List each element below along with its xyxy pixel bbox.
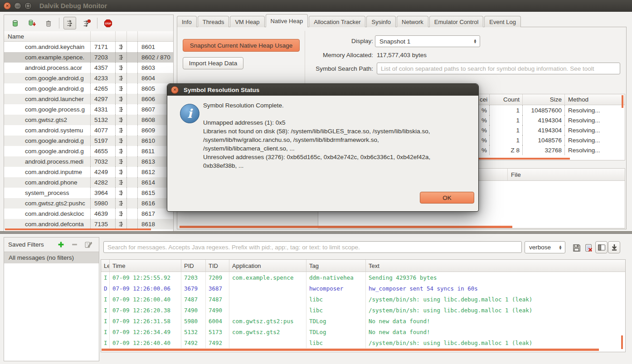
process-row[interactable]: android.process.acor 4357 8603 — [4, 63, 173, 73]
column-header-port[interactable] — [138, 31, 173, 41]
allocation-row[interactable]: % 1 1048576 Resolving... — [463, 135, 625, 145]
allocations-table-header[interactable]: cei Count Size Method — [463, 94, 625, 105]
dialog-close-icon[interactable] — [171, 86, 179, 94]
saved-filters-list: All messages (no filters) — [4, 252, 99, 361]
process-row[interactable]: com.android.systemu 4077 8609 — [4, 125, 173, 136]
remove-filter-icon[interactable] — [68, 241, 81, 249]
save-log-icon[interactable] — [571, 243, 582, 253]
tab[interactable]: Network — [397, 16, 428, 27]
column-header-tid[interactable]: TID — [206, 260, 229, 272]
column-header-application[interactable]: Application — [229, 260, 306, 272]
process-table-header[interactable]: Name — [4, 31, 173, 42]
column-header-count[interactable]: Count — [490, 94, 523, 105]
tab[interactable]: VM Heap — [230, 16, 264, 27]
add-filter-icon[interactable] — [54, 241, 68, 249]
stop-process-icon[interactable]: STOP — [102, 17, 114, 29]
window-maximize-icon[interactable] — [24, 2, 32, 10]
column-header-blank[interactable] — [127, 31, 138, 41]
process-table-hscrollbar[interactable] — [5, 228, 151, 230]
allocations-vscrollbar[interactable] — [622, 95, 623, 108]
column-header-pid[interactable]: PID — [181, 260, 206, 272]
tab[interactable]: Emulator Control — [429, 16, 484, 27]
log-search-input[interactable] — [103, 241, 522, 253]
horizontal-sash[interactable] — [0, 231, 632, 234]
log-tag: hwcomposer — [306, 283, 366, 294]
process-blank-cell — [127, 42, 138, 52]
dump-hprof-icon[interactable] — [25, 17, 38, 29]
show-heap-updates-icon[interactable] — [9, 17, 21, 29]
filter-item-all-messages[interactable]: All messages (no filters) — [4, 252, 99, 263]
log-pid: 5980 — [181, 315, 206, 326]
process-row[interactable]: system_process 3964 8615 — [4, 188, 173, 198]
process-row[interactable]: com.google.process.g 4331 8607 — [4, 104, 173, 115]
process-row[interactable]: com.google.android.g 4265 8605 — [4, 83, 173, 94]
allocations-hscrollbar[interactable] — [464, 158, 570, 160]
display-snapshot-select[interactable]: Snapshot 1 — [375, 35, 480, 47]
cause-gc-trash-icon[interactable] — [42, 17, 55, 29]
tab[interactable]: Event Log — [484, 16, 521, 27]
process-row[interactable]: com.google.android.g 4233 8604 — [4, 73, 173, 83]
import-heap-data-button[interactable]: Import Heap Data — [183, 57, 243, 69]
column-header-size[interactable]: Size — [523, 94, 565, 105]
log-vscrollbar[interactable] — [621, 335, 623, 349]
process-row[interactable]: com.google.android.g 5197 8610 — [4, 136, 173, 146]
column-header-status[interactable] — [116, 31, 127, 41]
column-header-name[interactable]: Name — [4, 31, 91, 41]
log-level-select[interactable]: verbose — [525, 241, 565, 253]
tab[interactable]: Info — [177, 16, 197, 27]
tab[interactable]: Threads — [198, 16, 229, 27]
log-tag: libc — [306, 337, 366, 348]
edit-filter-icon[interactable] — [81, 241, 95, 249]
log-row[interactable]: I 07-09 12:25:55.92 7203 7209 com.exampl… — [101, 272, 625, 283]
window-minimize-icon[interactable] — [14, 2, 21, 10]
allocation-row[interactable]: % 1 4194304 Resolving... — [463, 125, 625, 135]
column-header-pid[interactable] — [91, 31, 116, 41]
allocation-row[interactable]: % 1 104857600 Resolving... — [463, 105, 625, 115]
column-header-method[interactable]: Method — [565, 94, 625, 105]
toggle-filters-pane-icon[interactable] — [595, 241, 608, 253]
column-header-text[interactable]: Text — [366, 260, 625, 272]
log-row[interactable]: I 07-09 12:26:00.40 7487 7487 libc /syst… — [101, 294, 625, 305]
process-port: 8603 — [138, 63, 173, 73]
column-header-file[interactable]: File — [508, 169, 625, 180]
process-row[interactable]: android.process.medi 7032 8613 — [4, 156, 173, 167]
process-row[interactable]: com.example.spence. 7203 8602 / 870 — [4, 52, 173, 63]
tab[interactable]: Sysinfo — [366, 16, 396, 27]
update-threads-icon[interactable] — [63, 17, 76, 29]
process-pid: 7171 — [91, 42, 116, 52]
log-row[interactable]: I 07-09 12:26:20.38 7490 7490 libc /syst… — [101, 305, 625, 315]
scroll-to-bottom-icon[interactable] — [608, 241, 620, 253]
process-pid: 5132 — [91, 115, 116, 125]
log-row[interactable]: I 07-09 12:26:34.49 5132 5173 com.gwtsz.… — [101, 326, 625, 337]
symbol-search-path-input[interactable] — [377, 63, 620, 74]
log-table-header[interactable]: Le Time PID TID Application Tag Text — [101, 260, 625, 272]
tab[interactable]: Allocation Tracker — [309, 16, 365, 27]
allocation-row[interactable]: % Z 8 32768 Resolving... — [463, 145, 625, 155]
snapshot-native-heap-button[interactable]: Snapshot Current Native Heap Usage — [183, 39, 300, 52]
column-header-time[interactable]: Time — [110, 260, 181, 272]
column-header-level[interactable]: Le — [101, 260, 110, 272]
process-row[interactable]: com.android.deskcloc 4639 8617 — [4, 209, 173, 219]
process-row[interactable]: com.android.keychain 7171 8601 — [4, 42, 173, 52]
log-pid: 3679 — [181, 283, 206, 294]
process-row[interactable]: com.android.launcher 4297 8606 — [4, 94, 173, 104]
pane-hscrollbar[interactable] — [180, 226, 512, 228]
tab[interactable]: Native Heap — [266, 14, 308, 27]
process-row[interactable]: com.android.inputme 4249 8612 — [4, 167, 173, 177]
clear-log-icon[interactable] — [583, 243, 594, 253]
process-blank-cell — [127, 115, 138, 125]
process-row[interactable]: com.google.android.g 4655 8611 — [4, 146, 173, 156]
log-row[interactable]: I 07-09 12:26:40.40 7492 7492 libc /syst… — [101, 337, 625, 348]
ok-button[interactable]: OK — [420, 192, 474, 204]
process-row[interactable]: com.gwtsz.gts2 5132 8608 — [4, 115, 173, 125]
log-row[interactable]: I 07-09 12:26:31.58 5980 6004 com.gwtsz.… — [101, 315, 625, 326]
allocation-row[interactable]: % 1 4194304 Resolving... — [463, 115, 625, 125]
process-row[interactable]: com.android.phone 4282 8614 — [4, 177, 173, 188]
column-header-tag[interactable]: Tag — [306, 260, 366, 272]
log-row[interactable]: D 07-09 12:26:00.06 3679 3687 hwcomposer… — [101, 283, 625, 294]
process-row[interactable]: com.gwtsz.gts2:pushc 5980 8616 — [4, 198, 173, 209]
start-method-profiling-icon[interactable] — [80, 17, 93, 29]
log-hscrollbar[interactable] — [102, 349, 599, 351]
window-close-icon[interactable] — [4, 2, 11, 10]
process-row[interactable]: com.android.defconta 7135 8618 — [4, 219, 173, 229]
